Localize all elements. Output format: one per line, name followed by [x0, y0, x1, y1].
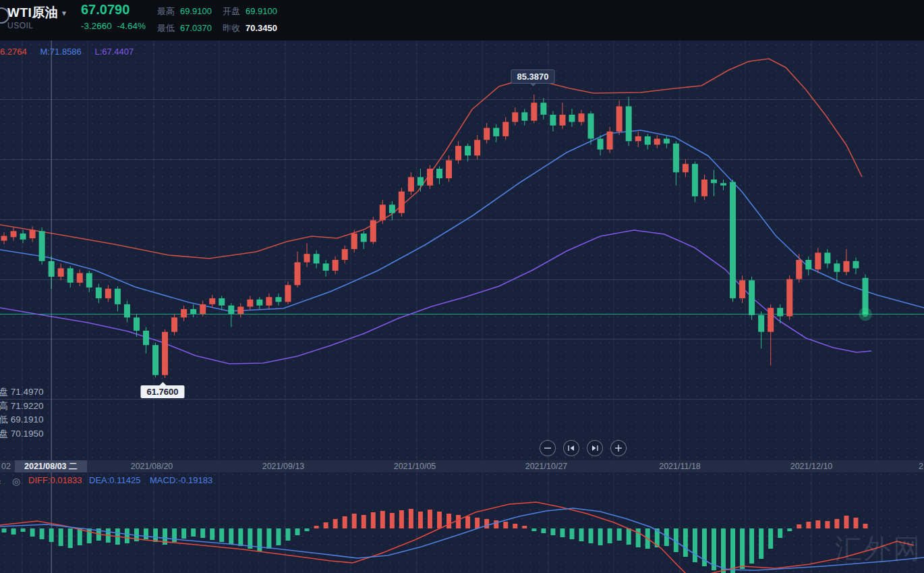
- candles: [1, 94, 869, 378]
- ohlc-tooltip-row: 最低 69.1910: [0, 413, 44, 427]
- plus-icon: [614, 444, 623, 452]
- site-watermark: 汇外网: [835, 530, 922, 568]
- zoom-out-button[interactable]: [540, 440, 556, 456]
- chart-canvas[interactable]: [0, 0, 924, 573]
- chart-controls: [540, 440, 627, 456]
- stat-prev-close: 昨收70.3450: [223, 22, 277, 34]
- indicator-settings-icon[interactable]: ◎: [12, 476, 20, 487]
- macd-histogram: [2, 509, 868, 573]
- trading-app: WTI原油▾ USOIL 67.0790 -3.2660 -4.64% 最高69…: [0, 0, 924, 573]
- go-to-end-button[interactable]: [587, 440, 603, 456]
- crosshair-ohlc-tooltip: 开盘 71.4970最高 71.9220最低 69.1910收盘 70.1950: [0, 385, 44, 441]
- boll-mid-label: M:71.8586: [40, 47, 81, 57]
- crosshair-date-label: 2021/08/03 二: [15, 460, 87, 472]
- axis-right-fragment: 2: [919, 462, 923, 471]
- ohlc-tooltip-row: 最高 71.9220: [0, 400, 44, 414]
- date-axis[interactable]: 02 2021/08/03 二 2 2021/08/202021/09/1320…: [0, 460, 924, 472]
- collapse-pane-icon[interactable]: «: [0, 477, 1, 487]
- axis-left-fragment: 02: [1, 462, 11, 471]
- chevron-down-icon: ▾: [62, 9, 66, 18]
- minus-icon: [544, 444, 552, 452]
- go-to-start-button[interactable]: [563, 440, 579, 456]
- last-price: 67.0790: [81, 2, 129, 18]
- skip-to-end-icon: [591, 444, 599, 452]
- ohlc-tooltip-row: 开盘 71.4970: [0, 385, 44, 400]
- low-price-marker: 61.7600: [141, 385, 185, 398]
- symbol-selector[interactable]: WTI原油▾: [7, 4, 66, 22]
- boll-mid-line: [0, 130, 924, 311]
- price-change: -3.2660 -4.64%: [81, 21, 146, 31]
- zoom-in-button[interactable]: [610, 440, 627, 456]
- stat-low: 最低67.0370: [157, 22, 212, 34]
- axis-tick: 2021/10/27: [525, 462, 568, 471]
- macd-value-label: MACD:-0.19183: [150, 475, 212, 485]
- symbol-title: WTI原油: [7, 5, 58, 20]
- header-bar: WTI原油▾ USOIL 67.0790 -3.2660 -4.64% 最高69…: [0, 0, 924, 40]
- boll-upper-label: 6.2764: [0, 47, 27, 57]
- axis-tick: 2021/08/20: [131, 462, 173, 471]
- axis-tick: 2021/12/10: [790, 462, 833, 471]
- macd-diff-label: DIFF:0.01833: [28, 475, 82, 485]
- symbol-code: USOIL: [7, 21, 34, 30]
- boll-lower-label: L:67.4407: [94, 47, 134, 57]
- skip-to-start-icon: [567, 444, 575, 452]
- stat-high: 最高69.9100: [157, 5, 212, 18]
- macd-dea-label: DEA:0.11425: [89, 475, 140, 485]
- stat-open: 开盘69.9100: [223, 5, 277, 18]
- axis-tick: 2021/10/05: [394, 462, 436, 471]
- boll-labels: 6.2764 M:71.8586 L:67.4407: [0, 47, 134, 57]
- ohlc-tooltip-row: 收盘 70.1950: [0, 427, 44, 441]
- grid: [0, 40, 924, 573]
- axis-tick: 2021/09/13: [262, 462, 305, 471]
- high-price-marker: 85.3870: [511, 70, 555, 84]
- axis-tick: 2021/11/18: [659, 462, 701, 471]
